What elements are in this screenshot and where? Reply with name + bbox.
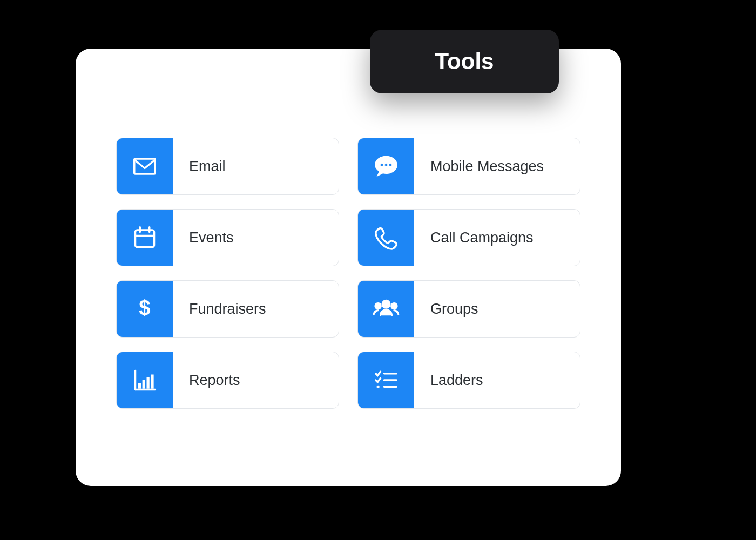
svg-rect-14 — [138, 383, 141, 389]
dollar-icon: $ — [117, 281, 173, 337]
tool-tile-call-campaigns[interactable]: Call Campaigns — [357, 209, 580, 266]
svg-point-3 — [389, 164, 392, 166]
svg-rect-16 — [147, 377, 150, 389]
svg-point-9 — [382, 300, 390, 308]
svg-text:$: $ — [139, 296, 150, 319]
svg-point-11 — [392, 303, 397, 309]
tool-tile-fundraisers[interactable]: $ Fundraisers — [116, 280, 339, 338]
tool-label: Groups — [414, 281, 580, 337]
tool-label: Events — [173, 210, 339, 266]
tool-label: Ladders — [414, 352, 580, 408]
tool-tile-reports[interactable]: Reports — [116, 352, 339, 409]
tool-label: Email — [173, 138, 339, 194]
tools-grid: Email Mobile Messages — [116, 138, 580, 409]
tool-label: Mobile Messages — [414, 138, 580, 194]
tools-panel: Email Mobile Messages — [76, 49, 621, 486]
tool-tile-mobile-messages[interactable]: Mobile Messages — [357, 138, 580, 195]
tools-badge-label: Tools — [435, 49, 494, 75]
svg-rect-17 — [151, 375, 153, 389]
bar-chart-icon — [117, 352, 173, 408]
speech-bubble-icon — [358, 138, 414, 194]
tool-tile-ladders[interactable]: Ladders — [357, 352, 580, 409]
calendar-icon — [117, 210, 173, 266]
svg-point-20 — [377, 386, 380, 388]
tools-badge: Tools — [370, 30, 559, 93]
svg-rect-15 — [143, 380, 145, 389]
tool-tile-groups[interactable]: Groups — [357, 280, 580, 338]
svg-rect-0 — [134, 159, 156, 174]
svg-point-1 — [381, 164, 383, 166]
svg-point-2 — [384, 164, 387, 166]
tool-tile-email[interactable]: Email — [116, 138, 339, 195]
svg-rect-4 — [136, 230, 154, 247]
svg-point-10 — [375, 303, 381, 309]
envelope-icon — [117, 138, 173, 194]
tool-label: Fundraisers — [173, 281, 339, 337]
group-icon — [358, 281, 414, 337]
tool-label: Reports — [173, 352, 339, 408]
checklist-icon — [358, 352, 414, 408]
tool-tile-events[interactable]: Events — [116, 209, 339, 266]
phone-icon — [358, 210, 414, 266]
tool-label: Call Campaigns — [414, 210, 580, 266]
